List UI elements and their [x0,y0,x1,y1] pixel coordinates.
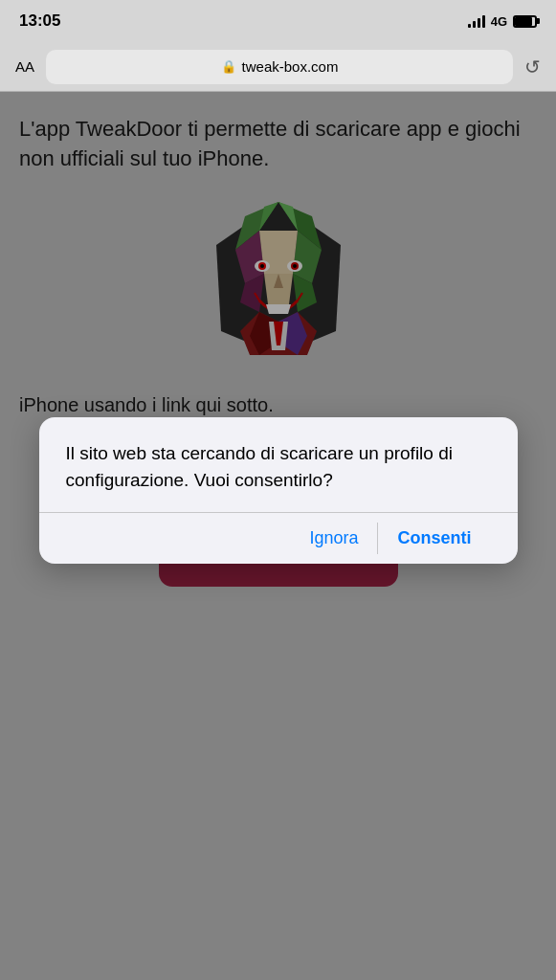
url-container[interactable]: 🔒 tweak-box.com [46,50,513,84]
status-bar: 13:05 4G [0,0,556,42]
address-bar: AA 🔒 tweak-box.com ↺ [0,42,556,92]
url-text: tweak-box.com [242,58,339,75]
dialog-actions: Ignora Consenti [66,513,491,564]
status-time: 13:05 [19,11,60,31]
dialog-overlay: Il sito web sta cercando di scaricare un… [0,92,556,980]
lock-icon: 🔒 [221,59,236,74]
signal-4g-label: 4G [491,14,507,29]
dialog-message: Il sito web sta cercando di scaricare un… [66,440,491,493]
dialog-confirm-button[interactable]: Consenti [378,513,490,564]
aa-text[interactable]: AA [15,58,34,75]
dialog-ignore-button[interactable]: Ignora [290,513,377,564]
dialog-box: Il sito web sta cercando di scaricare un… [39,417,518,564]
battery-icon [513,15,537,28]
status-icons: 4G [468,14,537,29]
signal-icon [468,14,485,28]
page-content: L'app TweakDoor ti permette di scaricare… [0,92,556,980]
reload-button[interactable]: ↺ [524,56,541,78]
